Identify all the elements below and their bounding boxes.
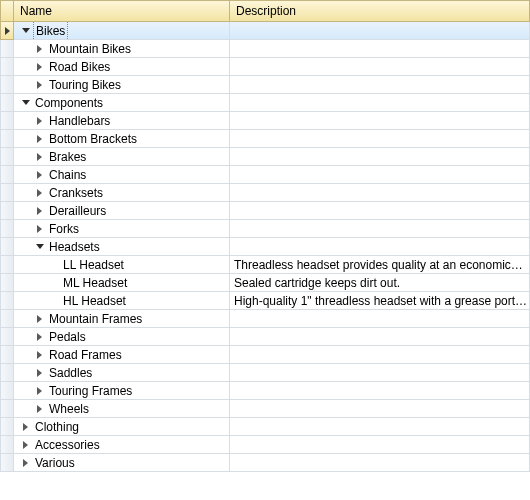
chevron-right-icon[interactable]	[34, 367, 45, 378]
description-cell[interactable]	[230, 76, 530, 94]
name-cell[interactable]: Accessories	[14, 436, 230, 454]
name-cell[interactable]: Wheels	[14, 400, 230, 418]
description-cell[interactable]	[230, 454, 530, 472]
description-cell[interactable]	[230, 58, 530, 76]
chevron-right-icon[interactable]	[34, 403, 45, 414]
chevron-right-icon[interactable]	[34, 331, 45, 342]
tree-row[interactable]: Clothing	[0, 418, 530, 436]
description-cell[interactable]	[230, 22, 530, 40]
name-cell[interactable]: Saddles	[14, 364, 230, 382]
column-header-description[interactable]: Description	[230, 0, 530, 22]
tree-row[interactable]: Headsets	[0, 238, 530, 256]
description-cell[interactable]: Sealed cartridge keeps dirt out.	[230, 274, 530, 292]
name-cell[interactable]: Touring Frames	[14, 382, 230, 400]
name-cell[interactable]: Headsets	[14, 238, 230, 256]
chevron-down-icon[interactable]	[20, 25, 31, 36]
name-cell[interactable]: Mountain Bikes	[14, 40, 230, 58]
name-cell[interactable]: Derailleurs	[14, 202, 230, 220]
name-cell[interactable]: Bottom Brackets	[14, 130, 230, 148]
description-cell[interactable]: Threadless headset provides quality at a…	[230, 256, 530, 274]
tree-row[interactable]: LL HeadsetThreadless headset provides qu…	[0, 256, 530, 274]
tree-row[interactable]: Components	[0, 94, 530, 112]
name-cell[interactable]: Mountain Frames	[14, 310, 230, 328]
chevron-right-icon[interactable]	[34, 79, 45, 90]
name-cell[interactable]: Pedals	[14, 328, 230, 346]
chevron-down-icon[interactable]	[34, 241, 45, 252]
name-cell[interactable]: Clothing	[14, 418, 230, 436]
name-cell[interactable]: Various	[14, 454, 230, 472]
tree-row[interactable]: Wheels	[0, 400, 530, 418]
name-cell[interactable]: Components	[14, 94, 230, 112]
name-cell[interactable]: Bikes	[14, 22, 230, 40]
tree-row[interactable]: Forks	[0, 220, 530, 238]
tree-row[interactable]: ML HeadsetSealed cartridge keeps dirt ou…	[0, 274, 530, 292]
description-cell[interactable]	[230, 328, 530, 346]
chevron-right-icon[interactable]	[34, 133, 45, 144]
name-cell[interactable]: Road Frames	[14, 346, 230, 364]
description-cell[interactable]	[230, 382, 530, 400]
description-cell[interactable]	[230, 202, 530, 220]
tree-row[interactable]: Road Bikes	[0, 58, 530, 76]
description-cell[interactable]	[230, 130, 530, 148]
chevron-right-icon[interactable]	[34, 313, 45, 324]
tree-row[interactable]: Handlebars	[0, 112, 530, 130]
chevron-down-icon[interactable]	[20, 97, 31, 108]
tree-row[interactable]: Cranksets	[0, 184, 530, 202]
description-cell[interactable]	[230, 220, 530, 238]
description-cell[interactable]	[230, 418, 530, 436]
name-cell[interactable]: Handlebars	[14, 112, 230, 130]
description-cell[interactable]	[230, 400, 530, 418]
chevron-right-icon[interactable]	[20, 457, 31, 468]
tree-row[interactable]: Bikes	[0, 22, 530, 40]
name-cell[interactable]: Forks	[14, 220, 230, 238]
description-cell[interactable]	[230, 94, 530, 112]
name-cell[interactable]: Cranksets	[14, 184, 230, 202]
chevron-right-icon[interactable]	[34, 349, 45, 360]
tree-row[interactable]: Mountain Frames	[0, 310, 530, 328]
chevron-right-icon[interactable]	[20, 439, 31, 450]
description-cell[interactable]	[230, 364, 530, 382]
description-cell[interactable]	[230, 112, 530, 130]
tree-row[interactable]: Road Frames	[0, 346, 530, 364]
name-cell[interactable]: Chains	[14, 166, 230, 184]
description-cell[interactable]	[230, 436, 530, 454]
tree-row[interactable]: Brakes	[0, 148, 530, 166]
description-cell[interactable]	[230, 346, 530, 364]
tree-row[interactable]: Chains	[0, 166, 530, 184]
chevron-right-icon[interactable]	[34, 115, 45, 126]
name-cell[interactable]: Brakes	[14, 148, 230, 166]
tree-row[interactable]: Mountain Bikes	[0, 40, 530, 58]
tree-row[interactable]: Bottom Brackets	[0, 130, 530, 148]
row-gutter	[0, 310, 14, 328]
chevron-right-icon[interactable]	[34, 385, 45, 396]
tree-row[interactable]: Accessories	[0, 436, 530, 454]
tree-row[interactable]: Touring Bikes	[0, 76, 530, 94]
chevron-right-icon[interactable]	[34, 151, 45, 162]
chevron-right-icon[interactable]	[34, 43, 45, 54]
tree-row[interactable]: Touring Frames	[0, 382, 530, 400]
name-cell[interactable]: HL Headset	[14, 292, 230, 310]
name-cell[interactable]: Touring Bikes	[14, 76, 230, 94]
description-cell[interactable]: High-quality 1" threadless headset with …	[230, 292, 530, 310]
name-cell[interactable]: LL Headset	[14, 256, 230, 274]
tree-row[interactable]: HL HeadsetHigh-quality 1" threadless hea…	[0, 292, 530, 310]
description-cell[interactable]	[230, 40, 530, 58]
chevron-right-icon[interactable]	[34, 187, 45, 198]
chevron-right-icon[interactable]	[34, 223, 45, 234]
column-header-name[interactable]: Name	[14, 0, 230, 22]
tree-row[interactable]: Various	[0, 454, 530, 472]
name-cell[interactable]: ML Headset	[14, 274, 230, 292]
chevron-right-icon[interactable]	[34, 61, 45, 72]
tree-row[interactable]: Saddles	[0, 364, 530, 382]
description-cell[interactable]	[230, 310, 530, 328]
tree-row[interactable]: Pedals	[0, 328, 530, 346]
description-cell[interactable]	[230, 238, 530, 256]
tree-row[interactable]: Derailleurs	[0, 202, 530, 220]
description-cell[interactable]	[230, 148, 530, 166]
chevron-right-icon[interactable]	[34, 205, 45, 216]
chevron-right-icon[interactable]	[20, 421, 31, 432]
chevron-right-icon[interactable]	[34, 169, 45, 180]
description-cell[interactable]	[230, 166, 530, 184]
name-cell[interactable]: Road Bikes	[14, 58, 230, 76]
description-cell[interactable]	[230, 184, 530, 202]
